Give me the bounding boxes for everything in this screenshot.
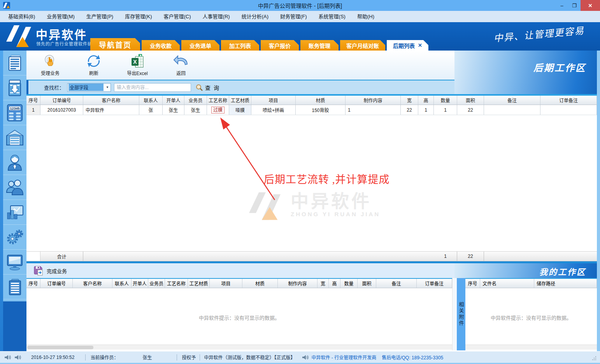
menu-item-hr[interactable]: 人事管理(R) [197, 11, 236, 22]
horizontal-scrollbar[interactable] [26, 345, 452, 350]
search-field-dropdown[interactable]: 全部字段 ▼ [67, 83, 111, 92]
sidebar-item-receive-order[interactable] [3, 75, 26, 100]
menu-item-statistics[interactable]: 统计分析(A) [236, 11, 274, 22]
horizontal-scrollbar[interactable] [465, 345, 597, 350]
cell-issuer: 张生 [163, 105, 184, 115]
complete-business-label[interactable]: 完成业务 [47, 267, 67, 275]
speaker-icon[interactable] [302, 354, 309, 360]
sidebar-item-documents[interactable] [3, 51, 26, 75]
tab-customer-quote[interactable]: 客户报价 [261, 40, 299, 51]
col-project[interactable]: 项目 [251, 96, 296, 105]
refresh-icon [87, 54, 101, 68]
col-seq[interactable]: 序号 [26, 96, 40, 105]
menu-item-customer[interactable]: 客户管理(C) [158, 11, 197, 22]
col-order-no[interactable]: 订单编号 [40, 96, 83, 105]
cell-customer: 中异软件 [83, 105, 139, 115]
tab-processing-list[interactable]: 加工列表 [221, 40, 259, 51]
sidebar-item-statistics[interactable] [3, 200, 26, 225]
col-customer[interactable]: 客户名称 [83, 96, 139, 105]
col-height[interactable]: 高 [418, 96, 434, 105]
col-seq[interactable]: 序号 [465, 279, 480, 288]
close-button[interactable]: ✕ [581, 0, 600, 11]
col-order-remark[interactable]: 订单备注 [417, 279, 452, 288]
col-process-name[interactable]: 工艺名称 [207, 96, 229, 105]
col-contact[interactable]: 联系人 [112, 279, 132, 288]
col-content[interactable]: 制作内容 [278, 279, 318, 288]
resize-grip[interactable] [592, 356, 596, 360]
col-height[interactable]: 高 [329, 279, 340, 288]
col-seq[interactable]: 序号 [26, 279, 40, 288]
summary-seq-cell [26, 252, 40, 261]
col-process-material[interactable]: 工艺材质 [188, 279, 210, 288]
sidebar-item-order-list[interactable] [3, 275, 26, 299]
col-remark[interactable]: 备注 [484, 96, 540, 105]
menu-item-help[interactable]: 帮助(H) [351, 11, 380, 22]
sidebar-item-calculator[interactable]: 12345 [3, 100, 26, 125]
tab-postproduction-list[interactable]: 后期列表 ✕ [387, 40, 428, 51]
tab-close-icon[interactable]: ✕ [418, 42, 422, 48]
attachments-strip-tab[interactable]: 相关附件 [457, 278, 465, 350]
title-bar: 中异广告公司管理软件 - [后期列表] – ❐ ✕ [0, 0, 600, 11]
col-process-material[interactable]: 工艺材质 [229, 96, 251, 105]
tab-monthly-statement[interactable]: 客户月结对账 [340, 40, 385, 51]
menu-item-basic-data[interactable]: 基础资料(B) [2, 11, 41, 22]
refresh-button[interactable]: 刷新 [79, 54, 109, 76]
col-salesman[interactable]: 业务员 [184, 96, 207, 105]
table-row[interactable]: 1 20161027003 中异软件 张 张生 张生 过膜 哑膜 喷绘+拼画 1… [26, 105, 597, 115]
col-customer[interactable]: 客户名称 [73, 279, 112, 288]
complete-business-icon[interactable] [33, 266, 44, 276]
cell-project: 喷绘+拼画 [251, 105, 296, 115]
col-project[interactable]: 项目 [210, 279, 242, 288]
speaker-icon[interactable] [4, 354, 11, 360]
col-process-name[interactable]: 工艺名称 [165, 279, 188, 288]
col-material[interactable]: 材质 [242, 279, 278, 288]
operator-label: 当前操作员： [90, 354, 118, 360]
col-qty[interactable]: 数量 [434, 96, 457, 105]
chevron-down-icon[interactable]: ▼ [104, 86, 111, 89]
sidebar-item-monitor[interactable] [3, 250, 26, 275]
search-input[interactable] [114, 83, 191, 92]
col-issuer[interactable]: 开单人 [132, 279, 148, 288]
menu-item-inventory[interactable]: 库存管理(K) [119, 11, 158, 22]
menu-item-business[interactable]: 业务管理(M) [41, 11, 81, 22]
back-button[interactable]: 返回 [166, 54, 196, 76]
col-issuer[interactable]: 开单人 [163, 96, 184, 105]
sidebar-item-settings[interactable] [3, 225, 26, 250]
col-order-remark[interactable]: 订单备注 [540, 96, 597, 105]
download-order-icon [7, 79, 23, 96]
tab-business-returns[interactable]: 业务退单 [181, 40, 219, 51]
tab-account-mgmt[interactable]: 账务管理 [300, 40, 339, 51]
col-storage-path[interactable]: 储存路径 [534, 279, 597, 288]
sidebar-item-customers[interactable] [3, 175, 26, 200]
menu-item-system[interactable]: 系统管理(S) [313, 11, 351, 22]
vertical-scrollbar[interactable] [452, 278, 457, 350]
cell-order-no: 20161027003 [40, 105, 83, 115]
export-excel-button[interactable]: X 导出Excel [122, 54, 153, 76]
col-width[interactable]: 宽 [318, 279, 329, 288]
menu-item-production[interactable]: 生产管理(P) [81, 11, 119, 22]
accept-business-button[interactable]: 受理业务 [35, 54, 65, 76]
col-area[interactable]: 面积 [358, 279, 376, 288]
col-content[interactable]: 制作内容 [346, 96, 401, 105]
col-salesman[interactable]: 业务员 [148, 279, 165, 288]
maximize-button[interactable]: ❐ [568, 0, 581, 11]
col-contact[interactable]: 联系人 [139, 96, 163, 105]
tab-business-receipts[interactable]: 业务收款 [142, 40, 180, 51]
col-material[interactable]: 材质 [296, 96, 346, 105]
speaker-icon[interactable] [14, 354, 21, 360]
menu-item-finance[interactable]: 财务管理(F) [274, 11, 313, 22]
col-qty[interactable]: 数量 [340, 279, 358, 288]
col-width[interactable]: 宽 [401, 96, 418, 105]
col-order-no[interactable]: 订单编号 [40, 279, 73, 288]
scrollbar-thumb[interactable] [27, 346, 93, 349]
col-area[interactable]: 面积 [457, 96, 484, 105]
cell-qty: 1 [434, 105, 457, 115]
sidebar-item-warehouse[interactable] [3, 125, 26, 150]
attachments-strip-label: 相关附件 [458, 302, 465, 327]
sidebar-item-employee[interactable] [3, 150, 26, 175]
col-filename[interactable]: 文件名 [480, 279, 534, 288]
search-button[interactable]: 查 询 [196, 84, 220, 91]
minimize-button[interactable]: – [556, 0, 568, 11]
tab-nav-home[interactable]: 导航首页 [90, 38, 140, 51]
col-remark[interactable]: 备注 [376, 279, 417, 288]
